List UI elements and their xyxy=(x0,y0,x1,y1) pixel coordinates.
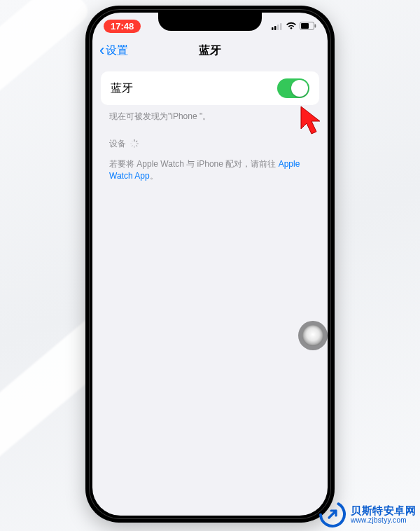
svg-rect-5 xyxy=(301,23,309,29)
chevron-left-icon: ‹ xyxy=(99,42,104,57)
battery-icon xyxy=(300,22,316,30)
svg-rect-14 xyxy=(131,141,133,143)
toggle-knob xyxy=(291,80,308,97)
page-title: 蓝牙 xyxy=(199,43,221,58)
notch xyxy=(158,13,262,31)
spinner-icon xyxy=(130,139,139,148)
pair-hint-prefix: 若要将 Apple Watch 与 iPhone 配对，请前往 xyxy=(109,159,279,169)
wifi-icon xyxy=(286,22,297,30)
svg-rect-1 xyxy=(274,26,276,30)
watermark-logo-icon xyxy=(318,500,346,528)
svg-rect-6 xyxy=(315,25,316,28)
bluetooth-label: 蓝牙 xyxy=(111,81,133,96)
status-indicators xyxy=(272,22,316,30)
phone-frame: 17:48 xyxy=(85,6,335,523)
bluetooth-row-group: 蓝牙 xyxy=(101,71,319,105)
site-watermark: 贝斯特安卓网 www.zjbstyy.com xyxy=(318,500,416,528)
svg-rect-13 xyxy=(130,144,132,144)
watch-pair-hint: 若要将 Apple Watch 与 iPhone 配对，请前往 Apple Wa… xyxy=(92,153,328,182)
nav-bar: ‹ 设置 蓝牙 xyxy=(92,36,328,64)
bluetooth-toggle-row: 蓝牙 xyxy=(101,71,319,105)
bg-decor xyxy=(0,0,92,130)
svg-rect-10 xyxy=(136,145,138,147)
devices-header-label: 设备 xyxy=(109,138,126,150)
svg-rect-2 xyxy=(277,25,279,30)
svg-rect-0 xyxy=(272,27,274,30)
svg-rect-7 xyxy=(134,139,134,142)
devices-header: 设备 xyxy=(92,123,328,153)
watermark-url: www.zjbstyy.com xyxy=(351,516,416,525)
cellular-icon xyxy=(272,22,283,30)
watermark-title: 贝斯特安卓网 xyxy=(351,504,416,516)
content: 蓝牙 现在可被发现为"iPhone "。 设备 xyxy=(92,64,328,181)
svg-rect-12 xyxy=(131,145,133,147)
svg-rect-3 xyxy=(280,23,282,30)
svg-rect-11 xyxy=(134,146,134,148)
bluetooth-toggle[interactable] xyxy=(277,78,309,98)
page-background: 17:48 xyxy=(0,0,420,531)
back-button[interactable]: ‹ 设置 xyxy=(99,43,128,58)
status-time-pill[interactable]: 17:48 xyxy=(104,20,141,33)
discoverable-text: 现在可被发现为"iPhone "。 xyxy=(92,105,328,123)
phone-screen: 17:48 xyxy=(92,13,328,516)
pair-hint-suffix: 。 xyxy=(150,171,158,181)
svg-rect-8 xyxy=(136,141,138,143)
assistive-touch-icon xyxy=(302,325,323,346)
svg-rect-9 xyxy=(136,144,139,144)
back-label: 设置 xyxy=(106,43,128,58)
assistive-touch-button[interactable] xyxy=(298,321,328,350)
